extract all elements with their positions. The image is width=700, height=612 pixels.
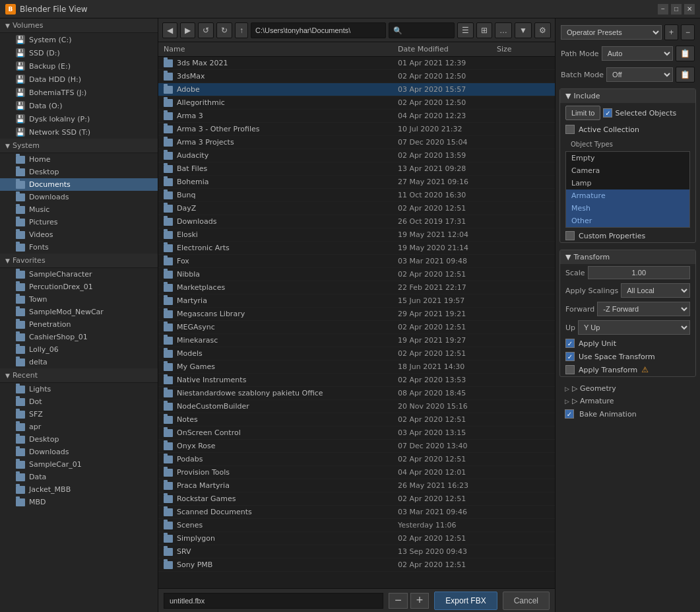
sidebar-item-favorite[interactable]: CashierShop_01: [0, 331, 158, 343]
sidebar-item-volume[interactable]: 💾Data (O:): [0, 99, 158, 112]
sidebar-item-volume[interactable]: 💾Dysk lokalny (P:): [0, 112, 158, 125]
sidebar-item-recent[interactable]: Data: [0, 471, 158, 483]
sidebar-item-system[interactable]: Documents: [0, 178, 158, 191]
include-header[interactable]: ▼ Include: [560, 89, 695, 103]
sidebar-item-recent[interactable]: MBD: [0, 496, 158, 508]
object-type-item[interactable]: Empty: [566, 152, 689, 164]
table-row[interactable]: Allegorithmic 02 Apr 2020 12:50: [158, 96, 555, 110]
sidebar-item-volume[interactable]: 💾SSD (D:): [0, 46, 158, 59]
table-row[interactable]: Bohemia 27 May 2021 09:16: [158, 176, 555, 189]
sidebar-item-volume[interactable]: 💾Backup (E:): [0, 59, 158, 73]
bake-animation-item[interactable]: Bake Animation: [559, 407, 696, 421]
parent-dir-button[interactable]: ↑: [235, 22, 248, 38]
sidebar-item-system[interactable]: Videos: [0, 228, 158, 241]
table-row[interactable]: Arma 3 Projects 07 Dec 2020 15:04: [158, 136, 555, 149]
limit-to-button[interactable]: Limit to: [565, 106, 600, 120]
table-row[interactable]: Bat Files 13 Apr 2021 09:28: [158, 162, 555, 176]
export-fbx-button[interactable]: Export FBX: [434, 592, 497, 610]
sidebar-item-volume[interactable]: 💾Network SSD (T:): [0, 125, 158, 139]
table-row[interactable]: OnScreen Control 03 Apr 2020 13:15: [158, 426, 555, 440]
table-row[interactable]: Provision Tools 04 Apr 2020 12:01: [158, 466, 555, 479]
settings-button[interactable]: ⚙: [534, 22, 551, 38]
table-row[interactable]: Audacity 02 Apr 2020 13:59: [158, 149, 555, 162]
table-row[interactable]: Models 02 Apr 2020 12:51: [158, 347, 555, 360]
table-row[interactable]: Native Instruments 02 Apr 2020 13:53: [158, 374, 555, 387]
rotate-left-button[interactable]: ↺: [198, 22, 214, 38]
apply-transform-checkbox[interactable]: [565, 365, 575, 374]
table-row[interactable]: 3dsMax 02 Apr 2020 12:50: [158, 70, 555, 83]
table-row[interactable]: Praca Martyria 26 May 2021 16:23: [158, 479, 555, 493]
table-row[interactable]: NodeCustomBuilder 20 Nov 2020 15:16: [158, 400, 555, 413]
table-row[interactable]: Fox 03 Mar 2021 09:48: [158, 255, 555, 268]
selected-objects-checkbox[interactable]: [603, 108, 612, 118]
sidebar-item-favorite[interactable]: PercutionDrex_01: [0, 281, 158, 293]
sidebar-item-favorite[interactable]: Lolly_06: [0, 343, 158, 356]
close-button[interactable]: ✕: [684, 4, 695, 15]
sidebar-item-recent[interactable]: SampleCar_01: [0, 458, 158, 471]
batch-mode-extra-btn[interactable]: 📋: [676, 67, 695, 83]
table-row[interactable]: Niestandardowe szablony pakietu Office 0…: [158, 387, 555, 400]
table-row[interactable]: Minekarasc 19 Apr 2021 19:27: [158, 334, 555, 347]
table-row[interactable]: Arma 3 - Other Profiles 10 Jul 2020 21:3…: [158, 123, 555, 136]
sidebar-item-recent[interactable]: Lights: [0, 383, 158, 395]
table-row[interactable]: Electronic Arts 19 May 2020 21:14: [158, 242, 555, 255]
apply-unit-checkbox[interactable]: [565, 339, 575, 348]
presets-add-button[interactable]: +: [664, 24, 678, 40]
col-size-header[interactable]: Size: [497, 45, 550, 53]
armature-item[interactable]: ▷ ▷ Armature: [559, 395, 696, 407]
col-name-header[interactable]: Name: [164, 45, 398, 53]
favorites-section-header[interactable]: ▼ Favorites: [0, 254, 158, 268]
sidebar-item-recent[interactable]: Dot: [0, 395, 158, 408]
apply-scalings-select[interactable]: All Local: [621, 283, 690, 298]
custom-properties-checkbox[interactable]: [565, 231, 575, 240]
table-row[interactable]: Nibbla 02 Apr 2020 12:51: [158, 268, 555, 281]
sidebar-item-volume[interactable]: 💾Data HDD (H:): [0, 73, 158, 86]
sidebar-item-recent[interactable]: Downloads: [0, 446, 158, 458]
table-row[interactable]: Downloads 26 Oct 2019 17:31: [158, 215, 555, 228]
filter-button[interactable]: ▼: [515, 22, 532, 38]
minimize-button[interactable]: −: [658, 4, 668, 15]
batch-mode-select[interactable]: Off: [606, 67, 673, 82]
volumes-section-header[interactable]: ▼ Volumes: [0, 18, 158, 33]
path-mode-extra-btn[interactable]: 📋: [676, 46, 695, 61]
table-row[interactable]: 3ds Max 2021 01 Apr 2021 12:39: [158, 57, 555, 70]
sidebar-item-recent[interactable]: Desktop: [0, 433, 158, 446]
scale-input[interactable]: [588, 266, 690, 279]
table-row[interactable]: Sony PMB 02 Apr 2020 12:51: [158, 559, 555, 572]
table-row[interactable]: Marketplaces 22 Feb 2021 22:17: [158, 281, 555, 294]
view-mode-btn3[interactable]: …: [495, 22, 512, 38]
sidebar-item-system[interactable]: Downloads: [0, 191, 158, 203]
forward-button[interactable]: ▶: [180, 22, 195, 38]
col-date-header[interactable]: Date Modified: [398, 45, 497, 53]
increment-button[interactable]: +: [410, 593, 430, 609]
active-collection-checkbox[interactable]: [565, 125, 575, 134]
table-row[interactable]: Arma 3 04 Apr 2020 12:23: [158, 110, 555, 123]
table-row[interactable]: Scanned Documents 03 Mar 2021 09:46: [158, 506, 555, 519]
table-row[interactable]: Megascans Library 29 Apr 2021 19:21: [158, 308, 555, 321]
table-row[interactable]: My Games 18 Jun 2021 14:30: [158, 360, 555, 374]
view-mode-btn1[interactable]: ☰: [457, 22, 474, 38]
search-input[interactable]: [389, 22, 455, 38]
decrement-button[interactable]: −: [389, 593, 408, 609]
view-mode-btn2[interactable]: ⊞: [476, 22, 492, 38]
object-type-item[interactable]: Armature: [566, 189, 689, 202]
back-button[interactable]: ◀: [162, 22, 177, 38]
sidebar-item-favorite[interactable]: delta: [0, 356, 158, 368]
maximize-button[interactable]: □: [671, 4, 682, 15]
table-row[interactable]: Martyria 15 Jun 2021 19:57: [158, 294, 555, 308]
filename-input[interactable]: [164, 593, 383, 609]
presets-remove-button[interactable]: −: [681, 24, 695, 40]
sidebar-item-recent[interactable]: Jacket_MBB: [0, 483, 158, 496]
table-row[interactable]: Notes 02 Apr 2020 12:51: [158, 413, 555, 426]
sidebar-item-favorite[interactable]: SampleMod_NewCar: [0, 306, 158, 318]
sidebar-item-system[interactable]: Pictures: [0, 216, 158, 228]
object-type-item[interactable]: Camera: [566, 164, 689, 177]
object-type-item[interactable]: Lamp: [566, 177, 689, 189]
transform-header[interactable]: ▼ Transform: [560, 250, 695, 264]
sidebar-item-volume[interactable]: 💾System (C:): [0, 33, 158, 46]
table-row[interactable]: SRV 13 Sep 2020 09:43: [158, 545, 555, 559]
use-space-transform-checkbox[interactable]: [565, 352, 575, 361]
object-type-item[interactable]: Mesh: [566, 202, 689, 215]
operator-presets-select[interactable]: Operator Presets: [561, 25, 662, 40]
table-row[interactable]: Simplygon 02 Apr 2020 12:51: [158, 532, 555, 545]
